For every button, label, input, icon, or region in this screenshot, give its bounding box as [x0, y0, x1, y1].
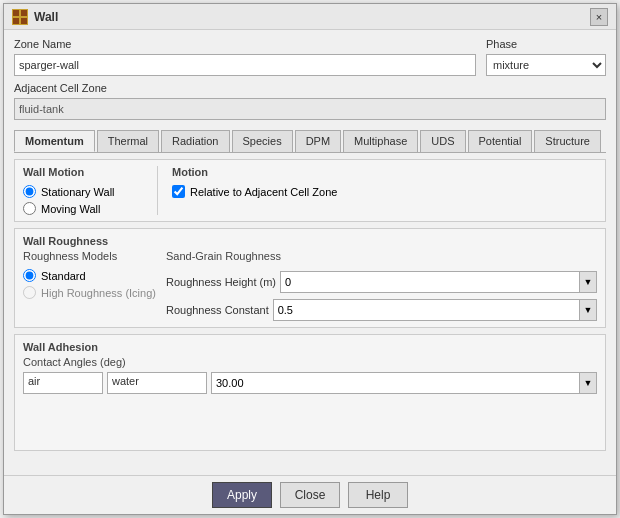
moving-wall-radio-row[interactable]: Moving Wall [23, 202, 143, 215]
wall-motion-title: Wall Motion [23, 166, 143, 178]
phase-select[interactable]: mixture [486, 54, 606, 76]
roughness-constant-arrow[interactable]: ▼ [579, 299, 597, 321]
svg-rect-3 [13, 18, 19, 24]
apply-button[interactable]: Apply [212, 482, 272, 508]
wall-roughness-title: Wall Roughness [23, 235, 597, 247]
roughness-height-arrow[interactable]: ▼ [579, 271, 597, 293]
moving-wall-radio[interactable] [23, 202, 36, 215]
high-roughness-radio[interactable] [23, 286, 36, 299]
roughness-height-label: Roughness Height (m) [166, 276, 276, 288]
relative-checkbox-row[interactable]: Relative to Adjacent Cell Zone [172, 185, 597, 198]
tab-potential[interactable]: Potential [468, 130, 533, 152]
tab-thermal[interactable]: Thermal [97, 130, 159, 152]
adhesion-col2: water [107, 372, 207, 394]
tab-dpm[interactable]: DPM [295, 130, 341, 152]
adjacent-cell-zone-label: Adjacent Cell Zone [14, 82, 606, 94]
adhesion-col1: air [23, 372, 103, 394]
divider [157, 166, 158, 215]
tab-species[interactable]: Species [232, 130, 293, 152]
adjacent-cell-zone-group: Adjacent Cell Zone [14, 82, 606, 120]
wall-motion-cols: Wall Motion Stationary Wall Moving Wall … [23, 166, 597, 215]
high-roughness-label: High Roughness (Icing) [41, 287, 156, 299]
relative-label: Relative to Adjacent Cell Zone [190, 186, 337, 198]
phase-group: Phase mixture [486, 38, 606, 76]
wall-adhesion-section: Wall Adhesion Contact Angles (deg) air w… [14, 334, 606, 451]
tab-momentum[interactable]: Momentum [14, 130, 95, 152]
title-bar-left: Wall [12, 9, 58, 25]
stationary-wall-radio-row[interactable]: Stationary Wall [23, 185, 143, 198]
adhesion-row: air water ▼ [23, 372, 597, 394]
adhesion-angle-input[interactable] [211, 372, 579, 394]
stationary-wall-label: Stationary Wall [41, 186, 115, 198]
wall-adhesion-title: Wall Adhesion [23, 341, 597, 353]
wall-dialog: Wall × Zone Name Phase mixture Adjacent … [3, 3, 617, 515]
svg-rect-4 [21, 18, 27, 24]
roughness-constant-label: Roughness Constant [166, 304, 269, 316]
phase-label: Phase [486, 38, 606, 50]
close-button[interactable]: × [590, 8, 608, 26]
svg-rect-2 [21, 10, 27, 16]
zone-name-input[interactable] [14, 54, 476, 76]
contact-angles-label: Contact Angles (deg) [23, 356, 597, 368]
stationary-wall-radio[interactable] [23, 185, 36, 198]
roughness-constant-row: Roughness Constant ▼ [166, 299, 597, 321]
roughness-height-row: Roughness Height (m) ▼ [166, 271, 597, 293]
help-button[interactable]: Help [348, 482, 408, 508]
svg-rect-1 [13, 10, 19, 16]
dialog-footer: Apply Close Help [4, 475, 616, 514]
standard-label: Standard [41, 270, 86, 282]
roughness-models-label: Roughness Models [23, 250, 156, 262]
adhesion-angle-arrow[interactable]: ▼ [579, 372, 597, 394]
wall-roughness-section: Wall Roughness Roughness Models Standard… [14, 228, 606, 328]
title-bar: Wall × [4, 4, 616, 30]
wall-motion-section: Wall Motion Stationary Wall Moving Wall … [14, 159, 606, 222]
zone-phase-row: Zone Name Phase mixture [14, 38, 606, 76]
standard-radio[interactable] [23, 269, 36, 282]
motion-title: Motion [172, 166, 597, 178]
adhesion-value-wrap: ▼ [211, 372, 597, 394]
roughness-constant-input[interactable] [273, 299, 579, 321]
tab-structure[interactable]: Structure [534, 130, 601, 152]
tab-uds[interactable]: UDS [420, 130, 465, 152]
relative-checkbox[interactable] [172, 185, 185, 198]
tab-radiation[interactable]: Radiation [161, 130, 229, 152]
close-footer-button[interactable]: Close [280, 482, 340, 508]
roughness-right: Sand-Grain Roughness Roughness Height (m… [166, 250, 597, 321]
zone-name-label: Zone Name [14, 38, 476, 50]
tab-multiphase[interactable]: Multiphase [343, 130, 418, 152]
dialog-body: Zone Name Phase mixture Adjacent Cell Zo… [4, 30, 616, 475]
dialog-title: Wall [34, 10, 58, 24]
wall-app-icon [12, 9, 28, 25]
sand-grain-label: Sand-Grain Roughness [166, 250, 597, 262]
roughness-height-input[interactable] [280, 271, 579, 293]
roughness-cols: Roughness Models Standard High Roughness… [23, 250, 597, 321]
high-roughness-radio-row[interactable]: High Roughness (Icing) [23, 286, 156, 299]
adjacent-cell-zone-input [14, 98, 606, 120]
motion-col: Motion Relative to Adjacent Cell Zone [172, 166, 597, 215]
adhesion-empty-area [23, 394, 597, 444]
moving-wall-label: Moving Wall [41, 203, 101, 215]
tabs-row: Momentum Thermal Radiation Species DPM M… [14, 130, 606, 153]
zone-name-group: Zone Name [14, 38, 476, 76]
standard-radio-row[interactable]: Standard [23, 269, 156, 282]
wall-motion-col: Wall Motion Stationary Wall Moving Wall [23, 166, 143, 215]
roughness-left: Roughness Models Standard High Roughness… [23, 250, 156, 321]
